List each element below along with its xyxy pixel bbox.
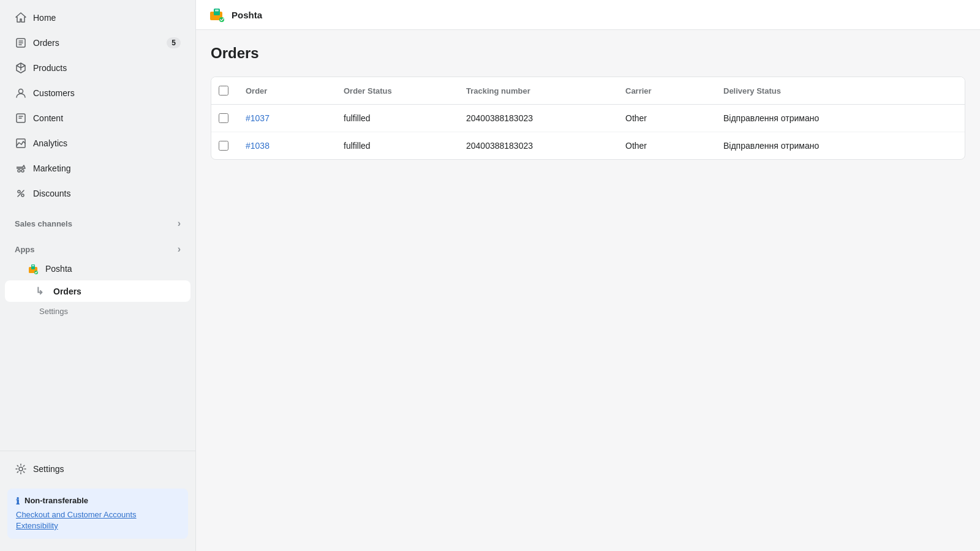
- sidebar-item-poshta[interactable]: Poshta: [5, 258, 190, 280]
- svg-rect-10: [32, 265, 34, 266]
- sidebar-item-products[interactable]: Products: [5, 56, 190, 80]
- svg-rect-15: [215, 10, 219, 12]
- svg-rect-3: [17, 139, 25, 148]
- sidebar-item-content-label: Content: [33, 113, 63, 123]
- sidebar-item-discounts[interactable]: Discounts: [5, 181, 190, 206]
- row1-checkbox[interactable]: [219, 113, 228, 123]
- table-row: #1037 fulfilled 20400388183023 Other Від…: [211, 105, 965, 132]
- customers-icon: [15, 87, 27, 99]
- discounts-icon: [15, 187, 27, 200]
- top-bar: Poshta: [196, 0, 980, 30]
- sidebar-item-home-label: Home: [33, 13, 56, 23]
- non-transferable-box: ℹ Non-transferable Checkout and Customer…: [7, 489, 188, 539]
- orders-badge: 5: [167, 37, 181, 48]
- apps-label: Apps: [15, 245, 35, 254]
- sales-channels-section[interactable]: Sales channels ›: [5, 211, 190, 231]
- sidebar-item-home[interactable]: Home: [5, 6, 190, 30]
- sidebar-item-analytics[interactable]: Analytics: [5, 131, 190, 156]
- apps-chevron-icon: ›: [178, 244, 181, 255]
- topbar-poshta-icon: [208, 6, 225, 23]
- main-content: Poshta Orders Order Order Status Trackin…: [196, 0, 980, 551]
- row1-order-link[interactable]: #1037: [246, 113, 270, 123]
- table-row: #1038 fulfilled 20400388183023 Other Від…: [211, 132, 965, 159]
- svg-point-1: [19, 89, 23, 94]
- sidebar-item-discounts-label: Discounts: [33, 189, 70, 198]
- sidebar-item-poshta-orders[interactable]: ↳ Orders: [5, 280, 190, 302]
- select-all-checkbox[interactable]: [219, 86, 228, 96]
- row2-checkbox[interactable]: [219, 141, 228, 151]
- products-icon: [15, 62, 27, 74]
- svg-point-5: [21, 170, 24, 172]
- row2-order-id[interactable]: #1038: [236, 132, 334, 159]
- row2-order-link[interactable]: #1038: [246, 141, 270, 151]
- header-checkbox-cell[interactable]: [211, 77, 236, 104]
- sidebar-item-orders-label: Orders: [33, 38, 59, 48]
- info-icon: ℹ: [16, 496, 20, 507]
- row2-carrier: Other: [616, 132, 714, 159]
- sidebar-item-content[interactable]: Content: [5, 106, 190, 130]
- top-bar-title: Poshta: [232, 10, 262, 20]
- sidebar-item-settings-label: Settings: [33, 464, 64, 474]
- row2-order-status: fulfilled: [334, 132, 456, 159]
- col-header-carrier: Carrier: [616, 77, 714, 104]
- col-header-order: Order: [236, 77, 334, 104]
- marketing-icon: [15, 162, 27, 174]
- non-transferable-header: ℹ Non-transferable: [16, 496, 179, 507]
- table-header-row: Order Order Status Tracking number Carri…: [211, 77, 965, 105]
- col-header-order-status: Order Status: [334, 77, 456, 104]
- row2-tracking-number: 20400388183023: [456, 132, 616, 159]
- row2-checkbox-cell[interactable]: [211, 132, 236, 159]
- sidebar-item-marketing-label: Marketing: [33, 163, 70, 173]
- row1-carrier: Other: [616, 105, 714, 132]
- sidebar: Home Orders 5 Products: [0, 0, 196, 551]
- svg-point-6: [18, 190, 20, 193]
- sidebar-item-marketing[interactable]: Marketing: [5, 156, 190, 181]
- row1-tracking-number: 20400388183023: [456, 105, 616, 132]
- svg-point-12: [19, 467, 23, 471]
- row1-delivery-status: Відправлення отримано: [714, 105, 965, 132]
- row1-order-status: fulfilled: [334, 105, 456, 132]
- sidebar-item-poshta-settings-label: Settings: [39, 307, 68, 316]
- settings-gear-icon: [15, 463, 27, 475]
- sidebar-item-poshta-settings[interactable]: Settings: [5, 302, 190, 320]
- poshta-orders-arrow-icon: ↳: [36, 285, 43, 297]
- row1-order-id[interactable]: #1037: [236, 105, 334, 132]
- svg-point-7: [21, 194, 24, 197]
- sales-channels-label: Sales channels: [15, 219, 72, 228]
- apps-section[interactable]: Apps ›: [5, 236, 190, 257]
- sales-channels-chevron-icon: ›: [178, 218, 181, 229]
- col-header-delivery-status: Delivery Status: [714, 77, 965, 104]
- row2-delivery-status: Відправлення отримано: [714, 132, 965, 159]
- sidebar-item-settings[interactable]: Settings: [5, 457, 190, 481]
- orders-icon: [15, 37, 27, 49]
- home-icon: [15, 12, 27, 24]
- content-icon: [15, 112, 27, 124]
- content-area: Orders Order Order Status Tracking numbe…: [196, 30, 980, 551]
- sidebar-item-orders[interactable]: Orders 5: [5, 31, 190, 55]
- sidebar-item-poshta-label: Poshta: [45, 264, 72, 274]
- sidebar-bottom: Settings ℹ Non-transferable Checkout and…: [0, 451, 195, 551]
- sidebar-item-customers[interactable]: Customers: [5, 81, 190, 105]
- page-title: Orders: [211, 45, 965, 62]
- sidebar-item-products-label: Products: [33, 63, 67, 73]
- non-transferable-link[interactable]: Checkout and Customer Accounts Extensibi…: [16, 510, 137, 530]
- col-header-tracking-number: Tracking number: [456, 77, 616, 104]
- svg-point-4: [18, 170, 20, 172]
- sidebar-item-poshta-orders-label: Orders: [53, 287, 81, 296]
- sidebar-item-customers-label: Customers: [33, 88, 75, 98]
- row1-checkbox-cell[interactable]: [211, 105, 236, 132]
- sidebar-navigation: Home Orders 5 Products: [0, 0, 195, 326]
- analytics-icon: [15, 137, 27, 149]
- poshta-app-icon: [27, 263, 39, 275]
- orders-table: Order Order Status Tracking number Carri…: [211, 77, 965, 160]
- sidebar-item-analytics-label: Analytics: [33, 138, 67, 148]
